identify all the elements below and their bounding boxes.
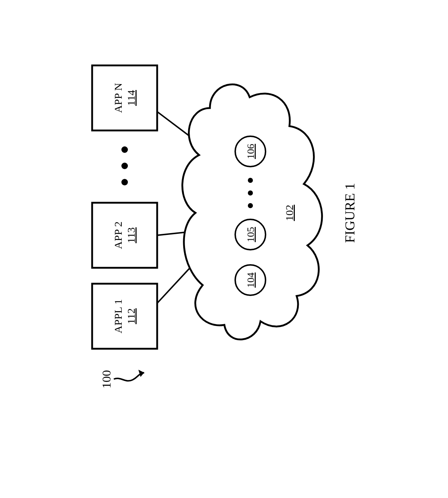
ref-arrow-head: [138, 370, 144, 377]
app-1-title: APPL 1: [112, 299, 124, 334]
app-2-ref: 113: [125, 227, 137, 243]
cloud-node-2-ref: 105: [245, 227, 256, 242]
svg-rect-5: [92, 65, 157, 130]
cloud-shape: [182, 84, 322, 339]
svg-rect-0: [92, 284, 157, 349]
figure-ref-label: 100: [100, 370, 113, 388]
cloud-node-2: 105: [235, 219, 266, 250]
svg-point-9: [248, 190, 253, 196]
app-1-ref: 112: [125, 308, 137, 324]
app-n-ref: 114: [125, 90, 137, 106]
app-box-2: APP 2 113: [92, 203, 157, 268]
svg-point-4: [121, 146, 128, 153]
figure-caption: FIGURE 1: [342, 183, 357, 243]
app-2-title: APP 2: [112, 222, 124, 249]
cloud-node-3-ref: 106: [245, 144, 256, 159]
svg-rect-1: [92, 203, 157, 268]
cloud-node-1-ref: 104: [245, 272, 256, 288]
ref-arrow-squiggle: [114, 373, 144, 381]
svg-point-10: [248, 178, 253, 183]
cloud-node-3: 106: [235, 136, 266, 167]
svg-point-3: [121, 163, 128, 169]
figure-1-diagram: 100 APPL 1 112 APP 2 113 APP N 114: [0, 0, 448, 498]
apps-ellipsis: [121, 146, 128, 185]
app-box-1: APPL 1 112: [92, 284, 157, 349]
cloud-ref: 102: [283, 205, 295, 221]
connector-app1-cloud: [157, 263, 194, 303]
cloud-node-1: 104: [235, 265, 266, 295]
svg-point-2: [121, 179, 128, 185]
app-n-title: APP N: [112, 83, 124, 113]
app-box-n: APP N 114: [92, 65, 157, 130]
svg-point-8: [248, 203, 253, 208]
